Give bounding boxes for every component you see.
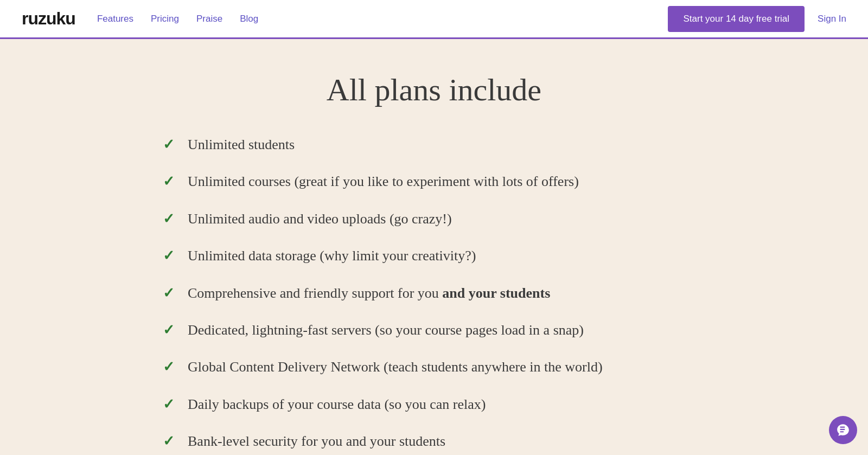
feature-text: Global Content Delivery Network (teach s… (188, 357, 603, 377)
list-item: ✓ Unlimited students (163, 135, 705, 155)
sign-in-link[interactable]: Sign In (818, 14, 846, 24)
feature-text: Dedicated, lightning-fast servers (so yo… (188, 321, 584, 340)
feature-text: Unlimited courses (great if you like to … (188, 172, 579, 191)
list-item: ✓ Unlimited courses (great if you like t… (163, 172, 705, 191)
list-item: ✓ Unlimited audio and video uploads (go … (163, 209, 705, 229)
checkmark-icon: ✓ (163, 433, 175, 450)
list-item: ✓ Bank-level security for you and your s… (163, 432, 705, 451)
nav-left: ruzuku Features Pricing Praise Blog (22, 9, 258, 29)
nav-item-pricing[interactable]: Pricing (151, 14, 179, 24)
feature-text: Daily backups of your course data (so yo… (188, 395, 486, 414)
nav-link-praise[interactable]: Praise (196, 14, 222, 24)
nav-link-pricing[interactable]: Pricing (151, 14, 179, 24)
checkmark-icon: ✓ (163, 396, 175, 413)
checkmark-icon: ✓ (163, 285, 175, 302)
checkmark-icon: ✓ (163, 136, 175, 153)
list-item: ✓ Daily backups of your course data (so … (163, 395, 705, 414)
trial-button[interactable]: Start your 14 day free trial (668, 6, 805, 32)
feature-text: Bank-level security for you and your stu… (188, 432, 445, 451)
logo: ruzuku (22, 9, 75, 29)
list-item: ✓ Global Content Delivery Network (teach… (163, 357, 705, 377)
nav-item-features[interactable]: Features (97, 14, 133, 24)
chat-bubble-button[interactable] (829, 416, 857, 444)
nav-item-blog[interactable]: Blog (240, 14, 258, 24)
feature-text: Unlimited students (188, 135, 295, 155)
nav-link-blog[interactable]: Blog (240, 14, 258, 24)
list-item: ✓ Dedicated, lightning-fast servers (so … (163, 321, 705, 340)
list-item: ✓ Comprehensive and friendly support for… (163, 284, 705, 303)
list-item: ✓ Unlimited data storage (why limit your… (163, 246, 705, 266)
main-content: All plans include ✓ Unlimited students ✓… (0, 39, 868, 455)
checkmark-icon: ✓ (163, 358, 175, 375)
checkmark-icon: ✓ (163, 173, 175, 190)
checkmark-icon: ✓ (163, 322, 175, 338)
features-list: ✓ Unlimited students ✓ Unlimited courses… (163, 135, 705, 455)
feature-text: Comprehensive and friendly support for y… (188, 284, 550, 303)
nav-item-praise[interactable]: Praise (196, 14, 222, 24)
feature-text: Unlimited audio and video uploads (go cr… (188, 209, 452, 229)
checkmark-icon: ✓ (163, 210, 175, 227)
checkmark-icon: ✓ (163, 247, 175, 264)
feature-text-before: Comprehensive and friendly support for y… (188, 285, 442, 301)
chat-icon (836, 423, 850, 437)
section-title: All plans include (81, 72, 787, 108)
feature-text-bold: and your students (442, 285, 550, 301)
nav-links: Features Pricing Praise Blog (97, 14, 258, 24)
nav-link-features[interactable]: Features (97, 14, 133, 24)
nav-right: Start your 14 day free trial Sign In (668, 6, 846, 32)
navbar: ruzuku Features Pricing Praise Blog Star… (0, 0, 868, 39)
feature-text: Unlimited data storage (why limit your c… (188, 246, 476, 266)
